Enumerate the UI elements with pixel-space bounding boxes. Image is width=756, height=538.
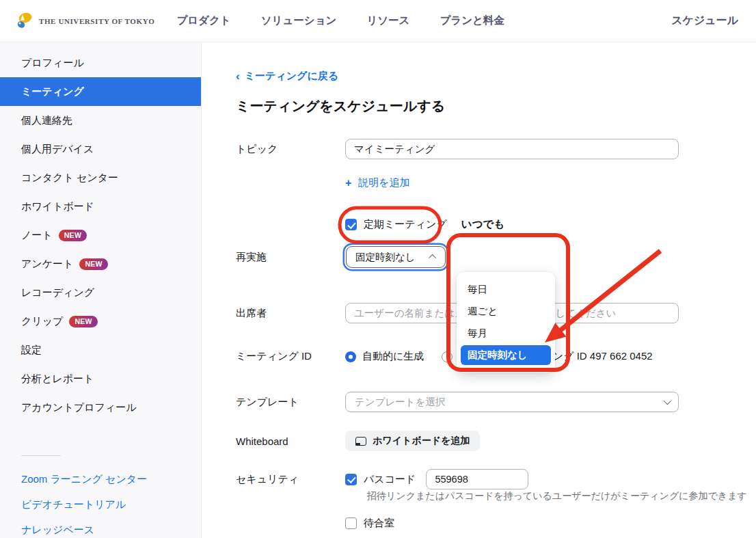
sidebar-item-personal-devices[interactable]: 個人用デバイス <box>0 135 201 163</box>
passcode-input[interactable] <box>426 469 528 489</box>
meeting-id-label: ミーティング ID <box>236 350 345 363</box>
sidebar-item-whiteboard[interactable]: ホワイトボード <box>0 192 201 221</box>
whiteboard-row: Whiteboard ホワイトボードを追加 <box>236 431 480 451</box>
option-weekly[interactable]: 週ごと <box>461 301 551 321</box>
topic-input[interactable] <box>345 139 679 159</box>
recurring-meeting-label: 定期ミーティング <box>364 218 447 231</box>
sidebar-item-account-profile[interactable]: アカウントプロフィール <box>0 393 201 422</box>
auto-generate-label: 自動的に生成 <box>362 350 424 363</box>
link-video-tutorials[interactable]: ビデオチュートリアル <box>0 492 201 517</box>
template-row: テンプレート テンプレートを選択 <box>236 392 679 412</box>
sidebar-item-personal-contacts[interactable]: 個人連絡先 <box>0 106 201 135</box>
template-select[interactable]: テンプレートを選択 <box>345 392 679 412</box>
new-badge: NEW <box>69 316 97 327</box>
recurrence-dropdown[interactable]: 固定時刻なし <box>346 246 446 268</box>
sidebar-item-recordings[interactable]: レコーディング <box>0 278 201 307</box>
recurrence-selected-value: 固定時刻なし <box>355 251 416 264</box>
new-badge: NEW <box>79 258 107 270</box>
passcode-label: パスコード <box>364 473 416 486</box>
personal-meeting-id-radio[interactable] <box>442 351 453 362</box>
security-label: セキュリティ <box>236 473 345 486</box>
nav-products[interactable]: プロダクト <box>176 14 230 28</box>
main-content: ‹ ミーティングに戻る ミーティングをスケジュールする トピック + 説明を追加… <box>202 42 756 538</box>
sidebar-item-clips[interactable]: クリップNEW <box>0 307 201 336</box>
recurrence-label: 再実施 <box>236 251 345 264</box>
add-description-row: + 説明を追加 <box>345 176 410 189</box>
recurring-meeting-row: 定期ミーティング いつでも <box>345 217 504 232</box>
page-title: ミーティングをスケジュールする <box>236 97 445 116</box>
link-knowledge-base[interactable]: ナレッジベース <box>0 517 201 538</box>
sidebar-item-settings[interactable]: 設定 <box>0 336 201 364</box>
back-to-meetings-link[interactable]: ‹ ミーティングに戻る <box>236 70 338 83</box>
topic-label: トピック <box>236 143 345 156</box>
anytime-label: いつでも <box>461 217 504 232</box>
recurring-meeting-checkbox[interactable] <box>345 219 357 230</box>
passcode-hint: 招待リンクまたはパスコードを持っているユーザーだけがミーティングに参加できます <box>367 490 747 502</box>
meeting-id-row: ミーティング ID 自動的に生成 パーソナルミーティング ID 497 662 … <box>236 350 653 363</box>
add-description-link[interactable]: + 説明を追加 <box>345 176 410 189</box>
top-header: The University of Tokyo プロダクト ソリューション リソ… <box>0 0 756 42</box>
sidebar-nav: プロフィール ミーティング 個人連絡先 個人用デバイス コンタクト センター ホ… <box>0 49 201 422</box>
option-monthly[interactable]: 毎月 <box>461 323 551 343</box>
passcode-checkbox[interactable] <box>345 474 357 485</box>
template-label: テンプレート <box>236 396 345 409</box>
sidebar-item-profile[interactable]: プロフィール <box>0 49 201 77</box>
sidebar-item-surveys[interactable]: アンケートNEW <box>0 250 201 278</box>
sidebar-item-reports[interactable]: 分析とレポート <box>0 364 201 393</box>
top-navigation: プロダクト ソリューション リソース プランと料金 <box>176 14 504 28</box>
utokyo-logo-icon <box>15 12 34 31</box>
chevron-left-icon: ‹ <box>236 70 240 82</box>
topic-row: トピック <box>236 139 679 159</box>
attendees-label: 出席者 <box>236 307 345 320</box>
security-row: セキュリティ パスコード <box>236 469 528 489</box>
schedule-link[interactable]: スケジュール <box>671 14 738 28</box>
recurrence-row: 再実施 固定時刻なし <box>236 246 446 268</box>
nav-solutions[interactable]: ソリューション <box>261 14 337 28</box>
sidebar-item-notes[interactable]: ノートNEW <box>0 221 201 250</box>
new-badge: NEW <box>59 230 87 241</box>
option-daily[interactable]: 毎日 <box>461 280 551 299</box>
whiteboard-label: Whiteboard <box>236 435 345 447</box>
waiting-room-label: 待合室 <box>364 517 394 530</box>
nav-resources[interactable]: リソース <box>366 14 409 28</box>
chevron-down-icon <box>664 397 671 405</box>
option-no-fixed-time[interactable]: 固定時刻なし <box>461 345 551 365</box>
sidebar-external-links: Zoom ラーニング センター ビデオチュートリアル ナレッジベース <box>0 467 201 538</box>
sidebar-item-meetings[interactable]: ミーティング <box>0 77 201 106</box>
add-whiteboard-button[interactable]: ホワイトボードを追加 <box>345 431 480 451</box>
link-learning-center[interactable]: Zoom ラーニング センター <box>0 467 201 492</box>
recurrence-dropdown-menu: 毎日 週ごと 毎月 固定時刻なし <box>457 272 555 373</box>
auto-generate-radio[interactable] <box>345 351 356 362</box>
utokyo-logo: The University of Tokyo <box>15 12 154 31</box>
nav-plans-pricing[interactable]: プランと料金 <box>440 14 504 28</box>
plus-icon: + <box>345 177 351 189</box>
template-placeholder: テンプレートを選択 <box>355 396 446 409</box>
sidebar-divider <box>21 455 61 456</box>
whiteboard-icon <box>355 437 366 446</box>
sidebar-item-contact-center[interactable]: コンタクト センター <box>0 163 201 192</box>
logo-text: The University of Tokyo <box>39 17 154 25</box>
chevron-up-icon <box>429 254 436 262</box>
waiting-room-checkbox[interactable] <box>345 517 357 529</box>
sidebar: プロフィール ミーティング 個人連絡先 個人用デバイス コンタクト センター ホ… <box>0 42 202 538</box>
waiting-room-row: 待合室 <box>345 517 394 530</box>
